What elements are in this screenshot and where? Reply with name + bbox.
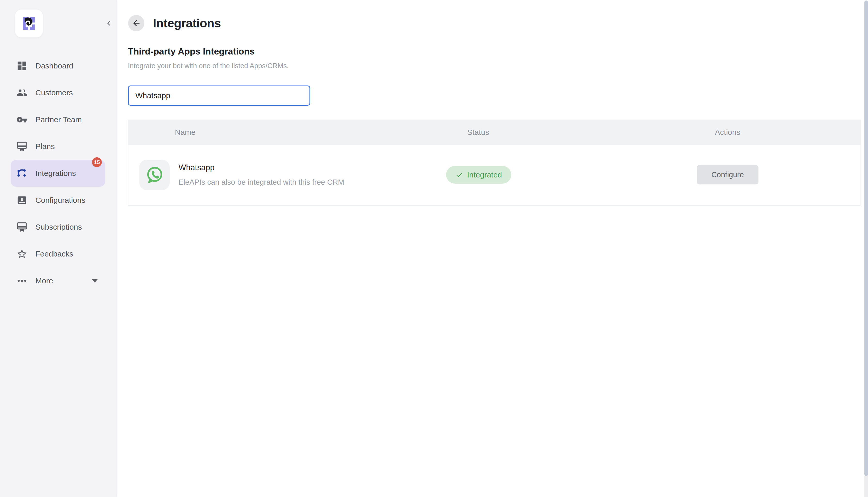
integrations-count-badge: 15 [92,157,102,167]
status-badge-label: Integrated [467,170,502,179]
chevron-down-icon [92,279,98,283]
configurations-icon [16,194,28,206]
sidebar-item-integrations[interactable]: Integrations 15 [11,160,105,187]
integrations-table: Name Status Actions [128,119,861,205]
app-description: EleAPIs can also be integrated with this… [179,178,344,186]
whatsapp-icon [139,160,170,190]
sidebar-item-label: Integrations [35,169,76,178]
content-area: Third-party Apps Integrations Integrate … [116,46,868,205]
table-header-row: Name Status Actions [128,119,861,145]
page-title: Integrations [153,16,221,30]
sidebar-item-label: Configurations [35,196,85,204]
sidebar-nav: Dashboard Customers Partner Team Plans [11,53,105,294]
sidebar-item-label: More [35,276,53,285]
brand-logo-icon [19,14,39,33]
sidebar-item-subscriptions[interactable]: Subscriptions [11,214,105,241]
scrollbar-thumb[interactable] [864,1,868,476]
sidebar-item-label: Partner Team [35,115,82,124]
check-icon [455,171,463,179]
name-cell: Whatsapp EleAPIs can also be integrated … [128,160,362,190]
sidebar-item-label: Feedbacks [35,250,73,258]
star-icon [16,248,28,260]
chevron-left-icon [104,18,113,28]
column-header-name: Name [128,128,362,137]
section-subtitle: Integrate your bot with one of the liste… [128,62,868,70]
sidebar-item-label: Plans [35,142,55,151]
app-name: Whatsapp [179,163,344,172]
sidebar-item-feedbacks[interactable]: Feedbacks [11,241,105,267]
table-body: Whatsapp EleAPIs can also be integrated … [128,145,861,205]
table-row: Whatsapp EleAPIs can also be integrated … [128,145,860,205]
column-header-actions: Actions [595,128,861,137]
column-header-status: Status [362,128,595,137]
page-scrollbar [864,0,868,497]
sidebar-item-dashboard[interactable]: Dashboard [11,53,105,79]
scrollbar-track [864,476,868,497]
sidebar-item-plans[interactable]: Plans [11,133,105,160]
sidebar-collapse-button[interactable] [103,18,114,28]
page-header: Integrations [116,0,868,31]
sidebar-item-label: Dashboard [35,61,73,70]
main-content: Integrations Third-party Apps Integratio… [116,0,868,497]
search-input[interactable] [128,85,310,106]
subscriptions-icon [16,221,28,233]
actions-cell: Configure [595,165,860,184]
status-cell: Integrated [362,166,595,184]
brand-logo[interactable] [15,10,43,38]
app-text-block: Whatsapp EleAPIs can also be integrated … [179,163,344,186]
arrow-left-icon [132,18,141,28]
back-button[interactable] [128,15,144,31]
app-window: Dashboard Customers Partner Team Plans [0,0,868,497]
dashboard-icon [16,60,28,72]
sidebar-item-label: Customers [35,88,73,97]
status-badge: Integrated [446,166,511,184]
section-title: Third-party Apps Integrations [128,46,868,57]
plans-icon [16,141,28,152]
sidebar: Dashboard Customers Partner Team Plans [0,0,116,497]
ellipsis-icon [16,275,28,287]
customers-icon [16,87,28,99]
sidebar-item-partner-team[interactable]: Partner Team [11,106,105,133]
sidebar-item-more[interactable]: More [11,267,105,294]
sidebar-item-label: Subscriptions [35,223,82,231]
configure-button[interactable]: Configure [697,165,758,184]
sidebar-item-customers[interactable]: Customers [11,79,105,106]
key-icon [16,114,28,126]
integrations-icon [16,167,28,179]
sidebar-item-configurations[interactable]: Configurations [11,187,105,214]
